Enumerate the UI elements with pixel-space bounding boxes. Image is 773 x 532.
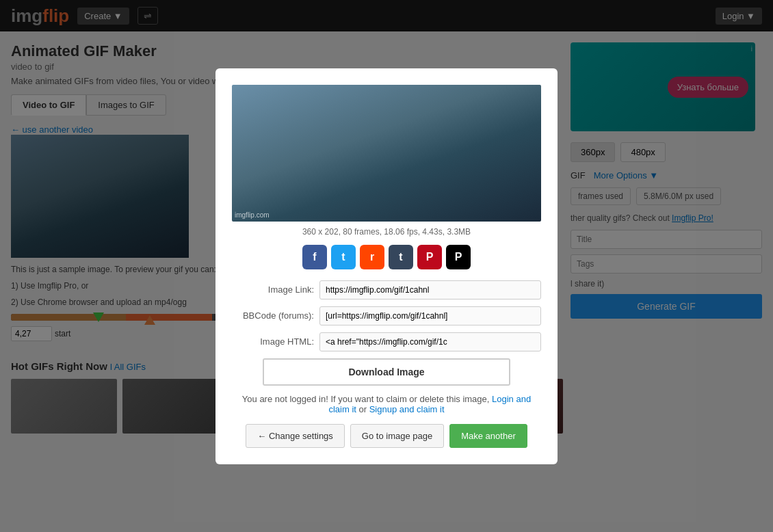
bbcode-row: BBCode (forums):: [232, 306, 541, 325]
modal-actions: ← Change settings Go to image page Make …: [232, 424, 541, 442]
gif-watermark: imgflip.com: [235, 211, 270, 219]
change-settings-button[interactable]: ← Change settings: [246, 424, 345, 442]
share-reddit-button[interactable]: r: [360, 245, 384, 269]
not-logged-in-notice: You are not logged in! If you want to cl…: [232, 394, 541, 414]
share-pixelfed-button[interactable]: P: [446, 245, 471, 269]
go-to-image-page-button[interactable]: Go to image page: [350, 424, 444, 442]
bbcode-label: BBCode (forums):: [232, 310, 314, 321]
make-another-button[interactable]: Make another: [449, 424, 527, 442]
image-html-input[interactable]: [319, 332, 541, 351]
share-facebook-button[interactable]: f: [302, 245, 327, 269]
modal-dialog: imgflip.com 360 x 202, 80 frames, 18.06 …: [215, 68, 558, 442]
modal-overlay: imgflip.com 360 x 202, 80 frames, 18.06 …: [0, 0, 773, 442]
image-link-row: Image Link:: [232, 280, 541, 300]
share-tumblr-button[interactable]: t: [389, 245, 413, 269]
image-html-label: Image HTML:: [232, 336, 314, 347]
image-link-label: Image Link:: [232, 284, 314, 295]
share-pinterest-button[interactable]: P: [417, 245, 442, 269]
download-image-button[interactable]: Download Image: [263, 358, 510, 386]
share-twitter-button[interactable]: t: [331, 245, 356, 269]
modal-gif-info: 360 x 202, 80 frames, 18.06 fps, 4.43s, …: [232, 227, 541, 237]
image-html-row: Image HTML:: [232, 332, 541, 351]
signup-and-claim-link[interactable]: Signup and claim it: [369, 404, 445, 414]
not-logged-in-text: You are not logged in! If you want to cl…: [242, 394, 490, 404]
social-icons-row: f t r t P P: [232, 245, 541, 269]
or-text: or: [359, 404, 367, 414]
bbcode-input[interactable]: [319, 306, 541, 325]
modal-gif-preview: imgflip.com: [232, 85, 541, 222]
image-link-input[interactable]: [319, 280, 541, 300]
